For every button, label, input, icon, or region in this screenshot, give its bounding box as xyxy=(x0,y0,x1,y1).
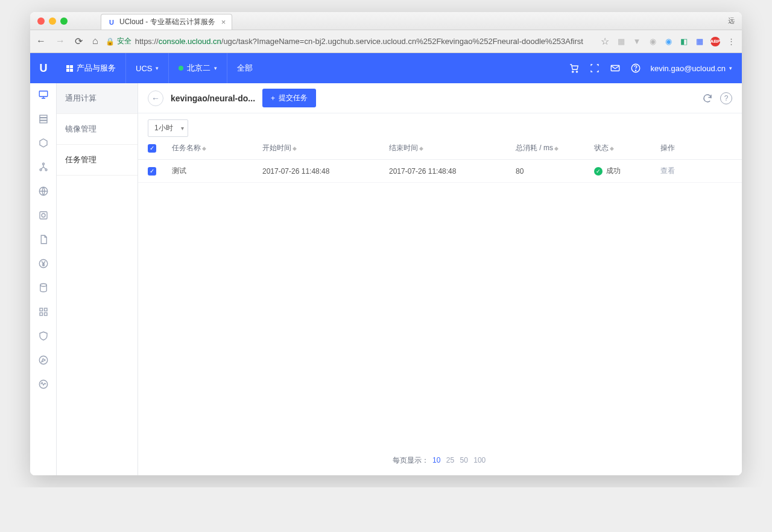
help-icon[interactable] xyxy=(630,63,641,74)
rail-compute-icon[interactable] xyxy=(38,89,49,100)
favicon-icon: U xyxy=(107,18,116,27)
svg-rect-8 xyxy=(40,121,47,123)
svg-point-10 xyxy=(40,169,42,171)
cell-cost: 80 xyxy=(516,167,594,176)
rail-disk-icon[interactable] xyxy=(38,210,49,221)
cell-start: 2017-07-26 11:48:48 xyxy=(262,167,389,176)
browser-menu-icon[interactable]: ⋮ xyxy=(726,37,736,46)
window-titlebar: U UCloud - 专业基础云计算服务 × 远 xyxy=(30,12,742,30)
plus-icon: + xyxy=(271,94,275,103)
svg-rect-5 xyxy=(39,91,48,97)
reload-button[interactable]: ⟳ xyxy=(75,36,83,47)
nav-products[interactable]: 产品与服务 xyxy=(57,53,126,83)
sidebar-item-tasks[interactable]: 任务管理 xyxy=(57,145,138,176)
col-start[interactable]: 开始时间◆ xyxy=(262,143,389,153)
svg-point-21 xyxy=(39,356,48,364)
browser-tab[interactable]: U UCloud - 专业基础云计算服务 × xyxy=(101,14,232,30)
maximize-window-icon[interactable] xyxy=(60,17,68,25)
pagination: 每页显示： 10 25 50 100 xyxy=(138,446,742,475)
svg-rect-17 xyxy=(40,308,43,311)
success-icon: ✓ xyxy=(594,167,603,176)
select-all-checkbox[interactable]: ✓ xyxy=(148,144,156,153)
ext-icon[interactable]: ◧ xyxy=(679,37,689,46)
nav-project[interactable]: UCS ▾ xyxy=(126,53,169,83)
forward-button: → xyxy=(55,36,65,47)
back-button[interactable]: ← xyxy=(36,36,46,47)
ext-icon[interactable]: ▦ xyxy=(616,37,626,46)
chevron-down-icon: ▾ xyxy=(729,65,732,71)
home-button[interactable]: ⌂ xyxy=(92,36,98,47)
location-dot-icon xyxy=(179,66,183,71)
lock-icon: 🔒 安全 xyxy=(106,36,131,46)
ext-mic-icon[interactable]: ◉ xyxy=(648,37,657,46)
rail-compass-icon[interactable] xyxy=(38,355,49,366)
svg-rect-18 xyxy=(44,308,47,311)
nav-scope[interactable]: 全部 xyxy=(227,53,262,83)
submit-task-button[interactable]: + 提交任务 xyxy=(262,89,316,107)
svg-point-11 xyxy=(45,169,47,171)
cell-end: 2017-07-26 11:48:48 xyxy=(389,167,516,176)
ext-abp-icon[interactable]: ABP xyxy=(710,37,720,46)
rail-hexagon-icon[interactable] xyxy=(38,138,49,148)
close-window-icon[interactable] xyxy=(37,17,45,25)
cart-icon[interactable] xyxy=(569,63,580,74)
task-table: ✓ 任务名称◆ 开始时间◆ 结束时间◆ 总消耗 / ms◆ 状态◆ 操作 ✓ 测… xyxy=(138,137,742,183)
page-size-10[interactable]: 10 xyxy=(432,456,440,464)
pager-label: 每页显示： xyxy=(393,456,429,464)
ext-icon[interactable]: ▼ xyxy=(632,37,642,46)
nav-region[interactable]: 北京二 ▾ xyxy=(169,53,227,83)
rail-storage-icon[interactable] xyxy=(38,113,49,124)
mail-icon[interactable] xyxy=(610,63,621,74)
col-end[interactable]: 结束时间◆ xyxy=(389,143,516,153)
rail-globe-icon[interactable] xyxy=(38,186,49,197)
table-row: ✓ 测试 2017-07-26 11:48:48 2017-07-26 11:4… xyxy=(138,160,742,183)
rail-monitor-icon[interactable] xyxy=(38,379,49,390)
address-bar[interactable]: 🔒 安全 https://console.ucloud.cn/ugc/task?… xyxy=(106,36,593,46)
rail-db-icon[interactable] xyxy=(38,282,49,293)
nav-user-label: kevin.gao@ucloud.cn xyxy=(651,64,726,73)
back-button[interactable]: ← xyxy=(148,90,163,106)
ext-icon[interactable]: ▦ xyxy=(695,37,704,46)
rail-tree-icon[interactable] xyxy=(38,162,49,173)
cell-name: 测试 xyxy=(172,166,262,176)
rail-file-icon[interactable] xyxy=(38,234,49,245)
titlebar-indicator: 远 xyxy=(728,16,735,25)
close-tab-icon[interactable]: × xyxy=(221,17,226,27)
col-action: 操作 xyxy=(660,143,727,153)
nav-project-label: UCS xyxy=(136,64,152,73)
page-size-25[interactable]: 25 xyxy=(446,456,454,464)
nav-user[interactable]: kevin.gao@ucloud.cn ▾ xyxy=(651,64,733,73)
ext-globe-icon[interactable]: ◉ xyxy=(663,37,673,46)
page-size-100[interactable]: 100 xyxy=(473,456,486,464)
svg-rect-19 xyxy=(40,313,43,316)
rail-grid-icon[interactable] xyxy=(38,306,49,317)
icon-rail xyxy=(30,83,57,475)
svg-rect-7 xyxy=(40,118,47,121)
rail-yen-icon[interactable] xyxy=(38,258,49,269)
star-icon[interactable]: ☆ xyxy=(601,36,609,47)
submit-task-label: 提交任务 xyxy=(279,93,308,103)
minimize-window-icon[interactable] xyxy=(49,17,56,25)
main-content: ← kevingao/neural-do... + 提交任务 ? 1小时 xyxy=(138,83,742,475)
url-text: https://console.ucloud.cn/ugc/task?Image… xyxy=(135,37,583,46)
help-icon[interactable]: ? xyxy=(720,92,732,104)
svg-rect-13 xyxy=(40,212,47,219)
tab-title: UCloud - 专业基础云计算服务 xyxy=(119,17,215,27)
sidebar: 通用计算 镜像管理 任务管理 xyxy=(57,83,138,475)
app-logo[interactable]: U xyxy=(30,53,57,83)
col-cost[interactable]: 总消耗 / ms◆ xyxy=(516,143,594,153)
col-status[interactable]: 状态◆ xyxy=(594,143,660,153)
time-range-select[interactable]: 1小时 xyxy=(148,119,188,137)
svg-point-16 xyxy=(40,283,46,287)
svg-point-9 xyxy=(42,163,44,165)
sidebar-item-images[interactable]: 镜像管理 xyxy=(57,114,138,145)
view-link[interactable]: 查看 xyxy=(660,166,727,176)
scan-icon[interactable] xyxy=(589,63,600,74)
refresh-icon[interactable] xyxy=(702,93,713,104)
svg-rect-20 xyxy=(44,313,47,316)
row-checkbox[interactable]: ✓ xyxy=(148,167,156,176)
chevron-down-icon: ▾ xyxy=(214,65,217,71)
page-size-50[interactable]: 50 xyxy=(460,456,468,464)
col-name[interactable]: 任务名称◆ xyxy=(172,143,262,153)
rail-shield-icon[interactable] xyxy=(38,331,49,341)
